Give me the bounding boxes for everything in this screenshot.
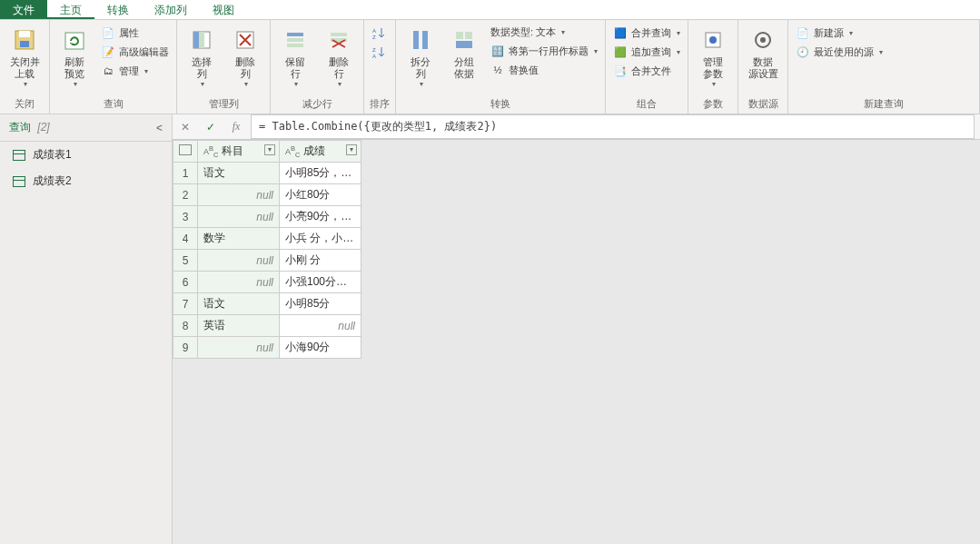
row-number[interactable]: 2 (173, 184, 198, 206)
cell[interactable]: 小强100分，小... (280, 272, 361, 293)
cell[interactable]: null (198, 206, 280, 228)
filter-button[interactable]: ▾ (346, 144, 357, 155)
row-number[interactable]: 7 (173, 293, 198, 315)
query-item[interactable]: 成绩表2 (0, 168, 172, 194)
save-icon (10, 25, 39, 54)
row-number[interactable]: 6 (173, 272, 198, 293)
cancel-formula-button[interactable]: ✕ (173, 114, 198, 140)
cell[interactable]: 语文 (198, 293, 280, 315)
cell[interactable]: 小明85分，小... (280, 163, 361, 184)
replace-icon: ½ (490, 63, 505, 77)
cell[interactable]: 小明85分 (280, 293, 361, 315)
table-row[interactable]: 8英语null (173, 315, 361, 337)
cell[interactable]: 英语 (198, 315, 280, 337)
row-number[interactable]: 8 (173, 315, 198, 337)
group-by-button[interactable]: 分组依据 (445, 22, 483, 80)
data-type-button[interactable]: 数据类型: 文本 (489, 24, 599, 41)
cell[interactable]: null (198, 337, 280, 359)
advanced-editor-button[interactable]: 📝高级编辑器 (99, 43, 171, 61)
ribbon-group-reduce-rows: 保留行 删除行 减少行 (271, 20, 364, 114)
svg-rect-7 (287, 33, 303, 36)
keep-rows-button[interactable]: 保留行 (276, 22, 314, 88)
sort-asc-icon: AZ (371, 25, 386, 40)
cell[interactable]: 语文 (198, 163, 280, 184)
svg-rect-20 (456, 41, 472, 48)
remove-columns-icon (231, 25, 260, 54)
svg-rect-17 (422, 31, 428, 49)
row-number[interactable]: 3 (173, 206, 198, 228)
tab-home[interactable]: 主页 (47, 0, 94, 19)
collapse-icon[interactable]: < (156, 122, 163, 134)
keep-rows-icon (281, 25, 310, 54)
fx-button[interactable]: fx (223, 114, 249, 140)
row-number[interactable]: 1 (173, 163, 198, 184)
remove-rows-button[interactable]: 删除行 (320, 22, 358, 88)
table-corner[interactable] (173, 141, 198, 163)
choose-columns-button[interactable]: 选择列 (183, 22, 221, 88)
cell[interactable]: 小海90分 (280, 337, 361, 359)
tab-file[interactable]: 文件 (0, 0, 47, 19)
new-source-button[interactable]: 📄新建源 (794, 24, 885, 42)
ribbon-group-query: 刷新预览 📄属性 📝高级编辑器 🗂管理 查询 (50, 20, 177, 114)
split-column-button[interactable]: 拆分列 (401, 22, 440, 88)
refresh-preview-button[interactable]: 刷新预览 (55, 22, 94, 88)
table-row[interactable]: 1语文小明85分，小... (173, 163, 361, 184)
table-icon (13, 150, 25, 161)
table-row[interactable]: 3null小亮90分，小... (173, 206, 361, 228)
first-row-headers-button[interactable]: 🔠将第一行用作标题 (489, 42, 599, 60)
remove-rows-icon (324, 25, 353, 54)
table-row[interactable]: 4数学小兵 分，小华... (173, 228, 361, 250)
cell[interactable]: 小刚 分 (280, 250, 361, 272)
filter-button[interactable]: ▾ (264, 144, 275, 155)
cell[interactable]: null (198, 184, 280, 206)
split-icon (406, 25, 435, 54)
query-sidebar: 查询 [2] < 成绩表1成绩表2 (0, 114, 173, 544)
remove-columns-button[interactable]: 删除列 (226, 22, 264, 88)
tab-transform[interactable]: 转换 (94, 0, 142, 19)
table-row[interactable]: 6null小强100分，小... (173, 272, 361, 293)
tab-add-column[interactable]: 添加列 (142, 0, 200, 19)
cell[interactable]: null (198, 250, 280, 272)
ribbon-group-close: 关闭并上载 关闭 (0, 20, 50, 114)
merge-queries-button[interactable]: 🟦合并查询 (611, 24, 682, 42)
table-row[interactable]: 2null小红80分 (173, 184, 361, 206)
accept-formula-button[interactable]: ✓ (198, 114, 223, 140)
table-row[interactable]: 7语文小明85分 (173, 293, 361, 315)
recent-sources-button[interactable]: 🕘最近使用的源 (794, 43, 885, 61)
cell[interactable]: 数学 (198, 228, 280, 250)
cell[interactable]: 小兵 分，小华... (280, 228, 361, 250)
query-item[interactable]: 成绩表1 (0, 142, 172, 168)
row-number[interactable]: 9 (173, 337, 198, 359)
cell[interactable]: null (198, 272, 280, 293)
cell[interactable]: 小亮90分，小... (280, 206, 361, 228)
table-row[interactable]: 9null小海90分 (173, 337, 361, 359)
table-row[interactable]: 5null小刚 分 (173, 250, 361, 272)
data-source-settings-button[interactable]: 数据源设置 (744, 22, 782, 80)
svg-rect-8 (287, 38, 303, 42)
cell[interactable]: 小红80分 (280, 184, 361, 206)
close-and-load-button[interactable]: 关闭并上载 (5, 22, 44, 88)
manage-parameters-button[interactable]: 管理参数 (694, 22, 732, 88)
column-header[interactable]: ABC科目▾ (198, 141, 280, 163)
svg-rect-19 (465, 32, 472, 39)
query-sidebar-header[interactable]: 查询 [2] < (0, 114, 172, 142)
row-number[interactable]: 5 (173, 250, 198, 272)
properties-button[interactable]: 📄属性 (99, 24, 171, 42)
replace-values-button[interactable]: ½替换值 (489, 61, 599, 79)
table-icon: 🔠 (490, 44, 505, 58)
column-header[interactable]: ABC成绩▾ (280, 141, 361, 163)
sort-asc-button[interactable]: AZ (370, 24, 388, 42)
formula-input[interactable]: = Table.Combine({更改的类型1, 成绩表2}) (251, 114, 975, 139)
row-number[interactable]: 4 (173, 228, 198, 250)
cell[interactable]: null (280, 315, 361, 337)
ribbon-group-manage-columns: 选择列 删除列 管理列 (177, 20, 271, 114)
tab-view[interactable]: 视图 (200, 0, 247, 19)
sort-desc-button[interactable]: ZA (370, 43, 388, 61)
ribbon-group-parameters: 管理参数 参数 (688, 20, 738, 114)
manage-query-button[interactable]: 🗂管理 (99, 62, 171, 80)
combine-files-button[interactable]: 📑合并文件 (611, 62, 682, 80)
svg-rect-1 (20, 41, 29, 47)
append-queries-button[interactable]: 🟩追加查询 (611, 43, 682, 61)
svg-text:Z: Z (372, 47, 376, 53)
svg-rect-4 (193, 32, 199, 48)
